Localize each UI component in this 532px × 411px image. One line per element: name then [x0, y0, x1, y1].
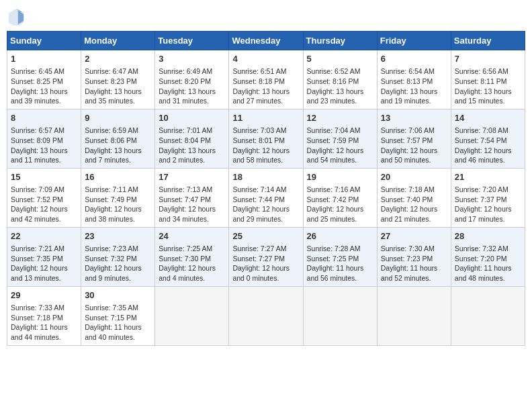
day-info: Sunrise: 7:35 AM: [85, 303, 151, 313]
day-info: Sunset: 7:47 PM: [159, 195, 225, 205]
day-info: Sunset: 7:54 PM: [455, 136, 521, 146]
calendar-cell: 25Sunrise: 7:27 AMSunset: 7:27 PMDayligh…: [229, 227, 303, 286]
day-number: 12: [307, 112, 373, 124]
day-info: Sunset: 7:18 PM: [11, 313, 77, 323]
day-number: 25: [232, 230, 299, 242]
calendar-cell: 10Sunrise: 7:01 AMSunset: 8:04 PMDayligh…: [155, 109, 229, 168]
day-number: 23: [85, 230, 151, 242]
day-info: Sunset: 8:18 PM: [232, 77, 299, 87]
day-number: 21: [455, 171, 521, 183]
day-info: Sunrise: 6:56 AM: [455, 66, 521, 77]
logo-icon: [7, 7, 26, 26]
day-info: Sunset: 8:11 PM: [455, 77, 521, 87]
day-info: Sunrise: 7:08 AM: [455, 126, 521, 136]
calendar-cell: 20Sunrise: 7:18 AMSunset: 7:40 PMDayligh…: [377, 168, 451, 227]
day-info: Sunset: 7:35 PM: [11, 254, 77, 264]
day-info: Sunset: 7:23 PM: [381, 254, 447, 264]
calendar-cell: 8Sunrise: 6:57 AMSunset: 8:09 PMDaylight…: [7, 109, 81, 168]
calendar-cell: 11Sunrise: 7:03 AMSunset: 8:01 PMDayligh…: [229, 109, 303, 168]
day-number: 16: [85, 171, 151, 183]
day-number: 2: [85, 53, 151, 65]
calendar-row: 15Sunrise: 7:09 AMSunset: 7:52 PMDayligh…: [7, 168, 525, 227]
day-info: Sunrise: 6:51 AM: [232, 66, 299, 77]
day-number: 9: [85, 112, 151, 124]
day-info: Sunset: 8:01 PM: [232, 136, 299, 146]
weekday-header-monday: Monday: [81, 32, 155, 50]
calendar-cell: 27Sunrise: 7:30 AMSunset: 7:23 PMDayligh…: [377, 227, 451, 286]
calendar-row: 8Sunrise: 6:57 AMSunset: 8:09 PMDaylight…: [7, 109, 525, 168]
calendar-cell: 7Sunrise: 6:56 AMSunset: 8:11 PMDaylight…: [451, 50, 525, 109]
day-info: Sunset: 8:23 PM: [85, 77, 151, 87]
day-info: Daylight: 12 hours and 46 minutes.: [455, 146, 521, 165]
day-number: 10: [159, 112, 225, 124]
day-info: Sunset: 7:25 PM: [307, 254, 373, 264]
day-info: Sunrise: 7:16 AM: [307, 185, 373, 195]
calendar-cell: [303, 286, 377, 345]
calendar-row: 29Sunrise: 7:33 AMSunset: 7:18 PMDayligh…: [7, 286, 525, 345]
day-info: Sunrise: 6:59 AM: [85, 126, 151, 136]
day-info: Daylight: 12 hours and 13 minutes.: [11, 263, 77, 283]
calendar-table: SundayMondayTuesdayWednesdayThursdayFrid…: [7, 31, 525, 346]
weekday-header-row: SundayMondayTuesdayWednesdayThursdayFrid…: [7, 32, 525, 50]
calendar-cell: 17Sunrise: 7:13 AMSunset: 7:47 PMDayligh…: [155, 168, 229, 227]
day-info: Sunrise: 7:11 AM: [85, 185, 151, 195]
day-info: Daylight: 12 hours and 50 minutes.: [381, 146, 447, 165]
calendar-cell: 18Sunrise: 7:14 AMSunset: 7:44 PMDayligh…: [229, 168, 303, 227]
day-number: 22: [11, 230, 77, 242]
day-number: 29: [11, 289, 77, 302]
day-info: Sunrise: 6:45 AM: [11, 66, 77, 77]
weekday-header-tuesday: Tuesday: [155, 32, 229, 50]
day-info: Sunset: 7:59 PM: [307, 136, 373, 146]
day-info: Daylight: 12 hours and 17 minutes.: [455, 204, 521, 224]
calendar-cell: 23Sunrise: 7:23 AMSunset: 7:32 PMDayligh…: [81, 227, 155, 286]
calendar-cell: 30Sunrise: 7:35 AMSunset: 7:15 PMDayligh…: [81, 286, 155, 345]
day-info: Sunset: 7:37 PM: [455, 195, 521, 205]
day-info: Daylight: 13 hours and 23 minutes.: [307, 87, 373, 106]
day-number: 15: [11, 171, 77, 183]
day-number: 20: [381, 171, 447, 183]
day-info: Sunrise: 7:23 AM: [85, 244, 151, 254]
day-info: Sunset: 8:16 PM: [307, 77, 373, 87]
day-info: Sunset: 8:20 PM: [159, 77, 225, 87]
day-info: Daylight: 11 hours and 40 minutes.: [85, 322, 151, 342]
day-info: Sunset: 7:42 PM: [307, 195, 373, 205]
day-number: 18: [232, 171, 299, 183]
calendar-cell: 2Sunrise: 6:47 AMSunset: 8:23 PMDaylight…: [81, 50, 155, 109]
day-info: Sunrise: 7:25 AM: [159, 244, 225, 254]
day-info: Daylight: 12 hours and 25 minutes.: [307, 204, 373, 224]
day-info: Daylight: 12 hours and 29 minutes.: [232, 204, 299, 224]
day-info: Sunset: 8:13 PM: [381, 77, 447, 87]
day-info: Sunrise: 7:18 AM: [381, 185, 447, 195]
day-number: 27: [381, 230, 447, 242]
logo: [7, 7, 28, 26]
day-info: Sunrise: 7:14 AM: [232, 185, 299, 195]
calendar-cell: 6Sunrise: 6:54 AMSunset: 8:13 PMDaylight…: [377, 50, 451, 109]
calendar-cell: 24Sunrise: 7:25 AMSunset: 7:30 PMDayligh…: [155, 227, 229, 286]
day-info: Daylight: 13 hours and 35 minutes.: [85, 87, 151, 106]
day-number: 13: [381, 112, 447, 124]
day-info: Daylight: 11 hours and 44 minutes.: [11, 322, 77, 342]
day-info: Sunrise: 6:47 AM: [85, 66, 151, 77]
day-info: Daylight: 12 hours and 0 minutes.: [232, 263, 299, 283]
day-info: Daylight: 11 hours and 56 minutes.: [307, 263, 373, 283]
weekday-header-saturday: Saturday: [451, 32, 525, 50]
day-info: Daylight: 13 hours and 15 minutes.: [455, 87, 521, 106]
calendar-cell: 1Sunrise: 6:45 AMSunset: 8:25 PMDaylight…: [7, 50, 81, 109]
day-info: Daylight: 12 hours and 34 minutes.: [159, 204, 225, 224]
calendar-row: 22Sunrise: 7:21 AMSunset: 7:35 PMDayligh…: [7, 227, 525, 286]
day-info: Daylight: 12 hours and 54 minutes.: [307, 146, 373, 165]
day-info: Sunset: 7:52 PM: [11, 195, 77, 205]
day-info: Daylight: 13 hours and 11 minutes.: [11, 146, 77, 165]
day-info: Sunrise: 7:01 AM: [159, 126, 225, 136]
day-info: Sunset: 7:30 PM: [159, 254, 225, 264]
day-info: Sunset: 7:20 PM: [455, 254, 521, 264]
day-info: Sunrise: 6:49 AM: [159, 66, 225, 77]
day-info: Sunrise: 7:03 AM: [232, 126, 299, 136]
day-info: Sunset: 7:32 PM: [85, 254, 151, 264]
calendar-cell: 21Sunrise: 7:20 AMSunset: 7:37 PMDayligh…: [451, 168, 525, 227]
day-info: Sunrise: 7:30 AM: [381, 244, 447, 254]
calendar-cell: 9Sunrise: 6:59 AMSunset: 8:06 PMDaylight…: [81, 109, 155, 168]
calendar-cell: 16Sunrise: 7:11 AMSunset: 7:49 PMDayligh…: [81, 168, 155, 227]
calendar-cell: [155, 286, 229, 345]
calendar-cell: [377, 286, 451, 345]
